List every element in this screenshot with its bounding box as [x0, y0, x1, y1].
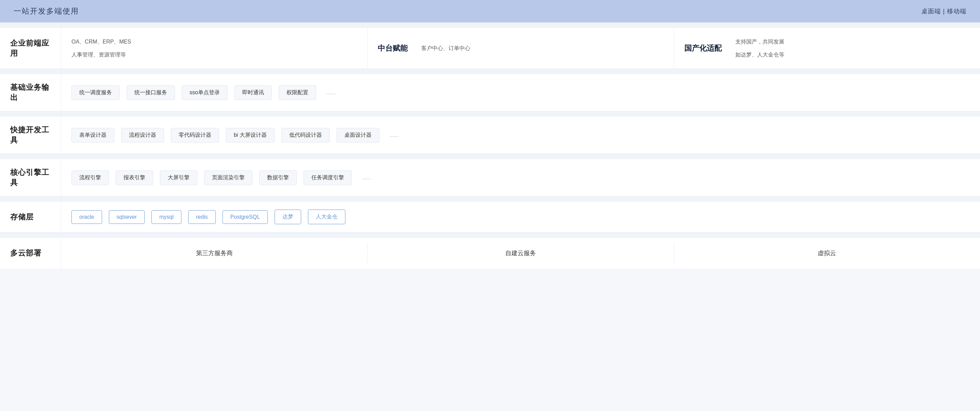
basic-output-ellipsis: ...... — [326, 89, 336, 96]
multicloud-content: 第三方服务商 自建云服务 虚拟云 — [61, 238, 980, 268]
chip-task-engine[interactable]: 任务调度引擎 — [304, 170, 352, 185]
dev-tools-label: 快捷开发工具 — [0, 117, 61, 153]
core-engines-content: 流程引擎 报表引擎 大屏引擎 页面渲染引擎 数据引擎 任务调度引擎 ...... — [61, 159, 980, 196]
chip-oracle[interactable]: oracle — [72, 210, 102, 224]
cloud-block-virtual: 虚拟云 — [674, 242, 980, 264]
chip-renjin[interactable]: 人大金仓 — [308, 210, 345, 224]
dev-tools-ellipsis: ...... — [390, 132, 399, 138]
enterprise-domestic-desc2: 如达梦、人大金仓等 — [735, 50, 784, 59]
chip-unified-dispatch[interactable]: 统一调度服务 — [72, 85, 120, 100]
enterprise-content: OA、CRM、ERP、MES 人事管理、资源管理等 中台赋能 客户中心、订单中心… — [61, 28, 980, 68]
chip-desktop-designer[interactable]: 桌面设计器 — [337, 128, 379, 143]
header-title: 一站开发多端使用 — [14, 6, 79, 16]
chip-postgresql[interactable]: PostgreSQL — [223, 210, 268, 224]
enterprise-app-desc2: 人事管理、资源管理等 — [72, 50, 131, 59]
enterprise-midplatform-desc1: 客户中心、订单中心 — [421, 43, 470, 53]
enterprise-block-midplatform: 中台赋能 客户中心、订单中心 — [368, 28, 674, 68]
dev-tools-content: 表单设计器 流程设计器 零代码设计器 bi 大屏设计器 低代码设计器 桌面设计器… — [61, 117, 980, 153]
chip-lowcode-designer[interactable]: 低代码设计器 — [282, 128, 330, 143]
chip-unified-api[interactable]: 统一接口服务 — [127, 85, 175, 100]
storage-row: 存储层 oracle sqlsever mysql redis PostgreS… — [0, 202, 980, 233]
core-engines-ellipsis: ...... — [362, 175, 371, 181]
basic-output-row: 基础业务输出 统一调度服务 统一接口服务 sso单点登录 即时通讯 权限配置 .… — [0, 74, 980, 111]
enterprise-domestic-title: 国产化适配 — [684, 43, 722, 53]
chip-im[interactable]: 即时通讯 — [234, 85, 272, 100]
chip-flow-engine[interactable]: 流程引擎 — [72, 170, 109, 185]
cloud-virtual-label: 虚拟云 — [818, 249, 836, 257]
chip-sso[interactable]: sso单点登录 — [182, 85, 228, 100]
header-right: 桌面端 | 移动端 — [921, 7, 966, 15]
chip-data-engine[interactable]: 数据引擎 — [259, 170, 297, 185]
cloud-thirdparty-label: 第三方服务商 — [196, 249, 233, 257]
enterprise-midplatform-title: 中台赋能 — [378, 43, 408, 53]
basic-output-label: 基础业务输出 — [0, 74, 61, 111]
chip-form-designer[interactable]: 表单设计器 — [72, 128, 115, 143]
enterprise-block-app: OA、CRM、ERP、MES 人事管理、资源管理等 — [61, 28, 368, 68]
storage-content: oracle sqlsever mysql redis PostgreSQL 达… — [61, 202, 980, 232]
chip-mysql[interactable]: mysql — [151, 210, 181, 224]
dev-tools-row: 快捷开发工具 表单设计器 流程设计器 零代码设计器 bi 大屏设计器 低代码设计… — [0, 117, 980, 154]
chip-flow-designer[interactable]: 流程设计器 — [121, 128, 164, 143]
basic-output-content: 统一调度服务 统一接口服务 sso单点登录 即时通讯 权限配置 ...... — [61, 74, 980, 111]
cloud-selfbuilt-label: 自建云服务 — [505, 249, 536, 257]
multicloud-row: 多云部署 第三方服务商 自建云服务 虚拟云 — [0, 238, 980, 268]
core-engines-label: 核心引擎工具 — [0, 159, 61, 196]
chip-bigscreen-engine[interactable]: 大屏引擎 — [160, 170, 197, 185]
core-engines-row: 核心引擎工具 流程引擎 报表引擎 大屏引擎 页面渲染引擎 数据引擎 任务调度引擎… — [0, 159, 980, 196]
chip-bi-designer[interactable]: bi 大屏设计器 — [226, 128, 275, 143]
chip-nocode-designer[interactable]: 零代码设计器 — [171, 128, 219, 143]
enterprise-row: 企业前端应用 OA、CRM、ERP、MES 人事管理、资源管理等 中台赋能 客户… — [0, 28, 980, 69]
multicloud-label: 多云部署 — [0, 238, 61, 268]
chip-dameng[interactable]: 达梦 — [275, 210, 301, 224]
chip-permission[interactable]: 权限配置 — [279, 85, 316, 100]
chip-render-engine[interactable]: 页面渲染引擎 — [204, 170, 253, 185]
enterprise-app-desc1: OA、CRM、ERP、MES — [72, 37, 131, 46]
enterprise-block-domestic: 国产化适配 支持国产，共同发展 如达梦、人大金仓等 — [674, 28, 980, 68]
cloud-block-thirdparty: 第三方服务商 — [61, 242, 368, 264]
enterprise-domestic-desc1: 支持国产，共同发展 — [735, 37, 784, 46]
cloud-block-selfbuilt: 自建云服务 — [368, 242, 674, 264]
storage-label: 存储层 — [0, 202, 61, 232]
enterprise-label: 企业前端应用 — [0, 28, 61, 68]
chip-sqlserver[interactable]: sqlsever — [109, 210, 145, 224]
header-bar: 一站开发多端使用 桌面端 | 移动端 — [0, 0, 980, 22]
chip-redis[interactable]: redis — [188, 210, 216, 224]
chip-report-engine[interactable]: 报表引擎 — [116, 170, 153, 185]
